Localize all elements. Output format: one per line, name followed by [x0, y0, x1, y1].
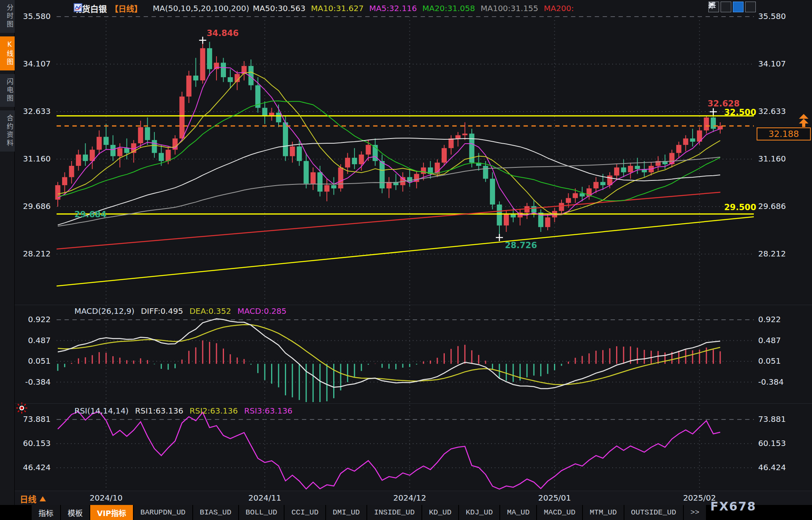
axis-tick-label: 73.881 — [0, 414, 51, 424]
bottom-tab-outside_ud[interactable]: OUTSIDE_UD — [624, 505, 683, 520]
ma-legend-item: MA200: — [544, 4, 574, 13]
bottom-tab-ma_ud[interactable]: MA_UD — [500, 505, 536, 520]
panel-divider — [15, 305, 812, 305]
bottom-tab--[interactable]: 模板 — [61, 505, 89, 520]
panel-divider — [15, 403, 812, 404]
axis-tick-label: 29.686 — [758, 201, 786, 211]
axis-tick-label: 46.424 — [758, 463, 786, 472]
axis-tick-label: 0.922 — [758, 315, 781, 324]
timeframe-arrow-icon — [40, 496, 46, 501]
ma-legend-item: MA50:30.563 — [253, 4, 305, 13]
ma-legend-item: MA5:32.116 — [369, 4, 417, 13]
bottom-tab-kdj_ud[interactable]: KDJ_UD — [459, 505, 499, 520]
axis-tick-label: 34.107 — [0, 59, 51, 68]
axis-tick-label: 28.212 — [758, 249, 786, 258]
axis-tick-label: 60.153 — [758, 438, 786, 448]
axis-tick-label: 0.487 — [758, 336, 781, 345]
bottom-tab-bias_ud[interactable]: BIAS_UD — [193, 505, 238, 520]
macd-macd-value: MACD:0.285 — [237, 306, 286, 316]
panel-layout-icon[interactable] — [745, 2, 756, 12]
axis-tick-label: 35.580 — [0, 11, 51, 21]
annotation-peak-high: 34.846 — [207, 28, 239, 38]
axis-tick-label: 0.922 — [0, 315, 51, 324]
timeframe-button[interactable]: 日线 — [20, 493, 46, 505]
x-axis-month-label: 2024/10 — [78, 493, 134, 503]
ma-legend-item: MA20:31.058 — [422, 4, 475, 13]
bottom-tab-vip-[interactable]: VIP指标 — [90, 505, 133, 520]
macd-title: MACD(26,12,9) — [74, 306, 135, 316]
chart-toolbar — [708, 2, 756, 12]
axis-tick-label: -0.384 — [758, 377, 784, 387]
axis-tick-label: 31.160 — [758, 154, 786, 163]
bottom-tab-dmi_ud[interactable]: DMI_UD — [326, 505, 366, 520]
bottom-tab-barupdn_ud[interactable]: BARUPDN_UD — [134, 505, 192, 520]
bottom-tab-boll_ud[interactable]: BOLL_UD — [239, 505, 284, 520]
macd-legend: MACD(26,12,9) DIFF:0.495 DEA:0.352 MACD:… — [74, 306, 286, 316]
axis-tick-label: 34.107 — [758, 59, 786, 68]
rsi2-value: RSI2:63.136 — [190, 406, 238, 416]
x-axis-month-label: 2024/11 — [237, 493, 292, 503]
ma-legend: MA50:30.563MA10:31.627MA5:32.116MA20:31.… — [253, 4, 574, 13]
period-tag[interactable]: 【日线】 — [110, 3, 142, 14]
axis-tick-label: -0.384 — [0, 377, 51, 387]
bottom-tab-kd_ud[interactable]: KD_UD — [422, 505, 458, 520]
rsi-title: RSI(14,14,14) — [74, 406, 129, 416]
x-axis-month-label: 2024/12 — [382, 493, 437, 503]
bottom-tab--[interactable]: 指标 — [32, 505, 60, 520]
indicator-tabs: 指标模板VIP指标BARUPDN_UDBIAS_UDBOLL_UDCCI_UDD… — [32, 505, 706, 520]
annotation-first-low: 29.684 — [74, 210, 106, 219]
rsi3-value: RSI3:63.136 — [244, 406, 292, 416]
axis-tick-label: 32.633 — [758, 106, 786, 116]
axis-tick-label: 0.051 — [758, 356, 781, 366]
rsi-legend: RSI(14,14,14) RSI1:63.136 RSI2:63.136 RS… — [74, 406, 292, 416]
ma-legend-item: MA100:31.155 — [480, 4, 538, 13]
axis-tick-label: 46.424 — [0, 463, 51, 472]
bottom-tab-bar: 指标模板VIP指标BARUPDN_UDBIAS_UDBOLL_UDCCI_UDD… — [0, 505, 812, 520]
axis-tick-label: 0.487 — [0, 336, 51, 345]
annotation-min-low: 28.726 — [505, 241, 537, 250]
chart-header: 现货白银 【日线】 MA(50,10,5,20,100,200) MA50:30… — [74, 3, 574, 13]
bottom-tab-cci_ud[interactable]: CCI_UD — [285, 505, 325, 520]
ma-legend-item: MA10:31.627 — [311, 4, 364, 13]
bottom-tab-macd_ud[interactable]: MACD_UD — [537, 505, 582, 520]
axis-scale-icon[interactable] — [721, 2, 731, 12]
annotation-recent-high: 32.628 — [708, 99, 740, 108]
trading-app: 分时图K线图闪电图合约资料 现货白银 【日线】 MA(50,10,5,20,10… — [0, 0, 812, 520]
current-price-box: 32.188 — [757, 127, 811, 140]
bottom-tab-mtm_ud[interactable]: MTM_UD — [583, 505, 623, 520]
axis-tick-label: 32.633 — [0, 106, 51, 116]
ma-settings-label: MA(50,10,5,20,100,200) — [153, 4, 249, 13]
current-price-value: 32.188 — [768, 129, 799, 139]
bottom-tab--[interactable]: >> — [684, 505, 706, 520]
rsi1-value: RSI1:63.136 — [135, 406, 183, 416]
annotation-resistance-level: 32.500 — [724, 108, 756, 117]
axis-tick-label: 73.881 — [758, 414, 786, 424]
axis-tick-label: 31.160 — [0, 154, 51, 163]
annotation-support-level: 29.500 — [724, 203, 756, 212]
x-axis-month-label: 2025/01 — [527, 493, 582, 503]
bottom-tab-inside_ud[interactable]: INSIDE_UD — [367, 505, 421, 520]
candlestick-chart[interactable] — [0, 0, 812, 520]
macd-diff-value: DIFF:0.495 — [141, 306, 183, 316]
axis-tick-label: 60.153 — [0, 438, 51, 448]
axis-tick-label: 35.580 — [758, 11, 786, 21]
axis-tick-label: 0.051 — [0, 356, 51, 366]
watermark: FX678 — [710, 499, 756, 513]
axis-tick-label: 28.212 — [0, 249, 51, 258]
timeframe-label: 日线 — [20, 493, 36, 505]
axis-tick-label: 29.686 — [0, 201, 51, 211]
macd-dea-value: DEA:0.352 — [190, 306, 231, 316]
chart-style-icon[interactable] — [733, 2, 744, 12]
